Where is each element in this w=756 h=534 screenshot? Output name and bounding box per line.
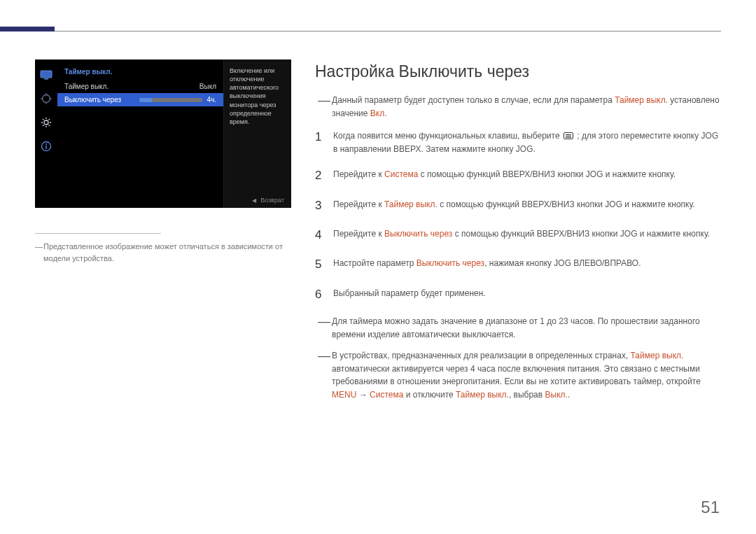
step-item: 5Настройте параметр Выключить через, наж… <box>315 255 721 274</box>
osd-slider <box>139 98 202 102</box>
svg-point-17 <box>46 143 47 145</box>
osd-row-selected: Выключить через 4ч. <box>57 93 223 106</box>
osd-title: Таймер выкл. <box>57 65 223 80</box>
svg-line-15 <box>49 119 50 120</box>
svg-line-12 <box>43 119 44 120</box>
header-accent-bar <box>0 27 55 31</box>
svg-point-2 <box>43 95 50 103</box>
osd-row-label: Выключить через <box>64 96 121 104</box>
svg-rect-0 <box>41 71 52 78</box>
menu-icon <box>564 132 573 139</box>
page-number: 51 <box>701 498 720 517</box>
back-triangle-icon: ◀ <box>252 197 256 204</box>
steps-list: 1Когда появится меню функциональных клав… <box>315 128 721 304</box>
gear-icon <box>40 117 52 128</box>
osd-row-value: 4ч. <box>139 96 216 104</box>
monitor-icon <box>40 69 52 80</box>
page-title: Настройка Выключить через <box>315 62 721 81</box>
svg-rect-18 <box>46 146 46 149</box>
intro-note: ― Данный параметр будет доступен только … <box>315 94 721 120</box>
osd-mockup: Таймер выкл. Таймер выкл. Выкл Выключить… <box>35 59 291 208</box>
footnote: ―Для таймера можно задать значение в диа… <box>315 315 721 341</box>
step-item: 2Перейдите к Система с помощью функций В… <box>315 167 721 185</box>
svg-line-13 <box>49 125 50 127</box>
step-item: 1Когда появится меню функциональных клав… <box>315 128 721 155</box>
step-item: 6Выбранный параметр будет применен. <box>315 286 721 304</box>
footnote: ― В устройствах, предназначенных для реа… <box>315 349 721 401</box>
svg-rect-1 <box>44 78 48 80</box>
osd-row-value: Выкл <box>200 83 216 90</box>
svg-point-7 <box>44 120 48 125</box>
osd-row-label: Таймер выкл. <box>64 83 108 90</box>
svg-line-14 <box>43 125 44 127</box>
image-disclaimer: ―Представленное изображение может отлича… <box>35 241 291 264</box>
osd-row: Таймер выкл. Выкл <box>57 80 223 93</box>
info-icon <box>40 141 52 152</box>
target-icon <box>40 93 52 104</box>
osd-back: ◀Возврат <box>252 197 284 204</box>
step-item: 3Перейдите к Таймер выкл. с помощью функ… <box>315 197 721 215</box>
step-item: 4Перейдите к Выключить через с помощью ф… <box>315 226 721 244</box>
osd-description: Включение или отключение автоматического… <box>223 59 291 208</box>
